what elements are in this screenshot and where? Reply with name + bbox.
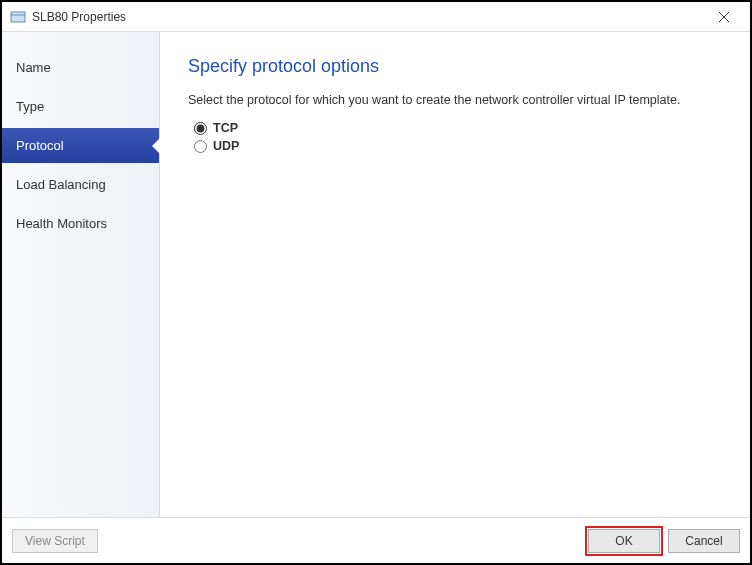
sidebar-item-label: Type: [16, 99, 44, 114]
sidebar-item-health-monitors[interactable]: Health Monitors: [2, 206, 159, 241]
page-description: Select the protocol for which you want t…: [188, 93, 722, 107]
sidebar-item-label: Name: [16, 60, 51, 75]
content-panel: Specify protocol options Select the prot…: [160, 32, 750, 517]
close-icon: [718, 11, 730, 23]
dialog-footer: View Script OK Cancel: [2, 517, 750, 563]
ok-button[interactable]: OK: [588, 529, 660, 553]
sidebar-item-protocol[interactable]: Protocol: [2, 128, 159, 163]
sidebar-item-type[interactable]: Type: [2, 89, 159, 124]
app-icon: [10, 9, 26, 25]
radio-udp-input[interactable]: [194, 140, 207, 153]
radio-udp-label[interactable]: UDP: [213, 139, 239, 153]
window-title: SLB80 Properties: [32, 10, 704, 24]
radio-tcp-label[interactable]: TCP: [213, 121, 238, 135]
sidebar-item-label: Load Balancing: [16, 177, 106, 192]
view-script-button[interactable]: View Script: [12, 529, 98, 553]
sidebar: Name Type Protocol Load Balancing Health…: [2, 32, 160, 517]
cancel-button[interactable]: Cancel: [668, 529, 740, 553]
close-button[interactable]: [704, 3, 744, 31]
dialog-window: SLB80 Properties Name Type Protocol Load…: [0, 0, 752, 565]
sidebar-item-label: Health Monitors: [16, 216, 107, 231]
titlebar: SLB80 Properties: [2, 2, 750, 32]
radio-option-tcp[interactable]: TCP: [188, 119, 722, 137]
svg-rect-0: [11, 12, 25, 22]
dialog-body: Name Type Protocol Load Balancing Health…: [2, 32, 750, 517]
page-heading: Specify protocol options: [188, 56, 722, 77]
radio-option-udp[interactable]: UDP: [188, 137, 722, 155]
sidebar-item-load-balancing[interactable]: Load Balancing: [2, 167, 159, 202]
sidebar-item-label: Protocol: [16, 138, 64, 153]
radio-tcp-input[interactable]: [194, 122, 207, 135]
sidebar-item-name[interactable]: Name: [2, 50, 159, 85]
